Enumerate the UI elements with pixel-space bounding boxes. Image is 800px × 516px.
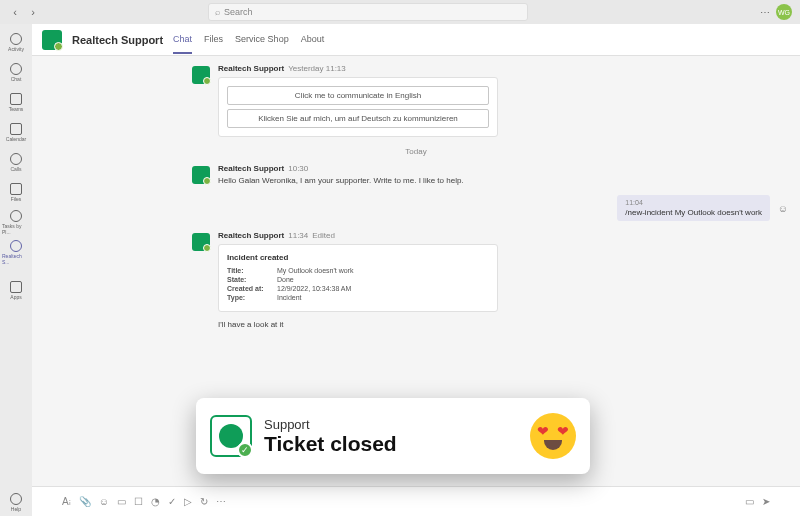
gif-icon[interactable]: ▭ — [117, 496, 126, 507]
notification-app-icon: ✓ — [210, 415, 252, 457]
nav-arrows: ‹ › — [8, 5, 40, 19]
german-button[interactable]: Klicken Sie auf mich, um auf Deutsch zu … — [227, 109, 489, 128]
chat-tabs: Chat Files Service Shop About — [173, 26, 324, 54]
app-rail: Activity Chat Teams Calendar Calls Files… — [0, 24, 32, 516]
loop-icon[interactable]: ↻ — [200, 496, 208, 507]
sender-name: Realtech Support — [218, 64, 284, 73]
apps-icon — [10, 281, 22, 293]
sticker-icon[interactable]: ☐ — [134, 496, 143, 507]
rail-apps[interactable]: Apps — [2, 276, 30, 304]
rail-help[interactable]: Help — [2, 488, 30, 516]
notification-subtitle: Support — [264, 417, 518, 432]
format-icon[interactable]: Aᵢ — [62, 496, 71, 507]
rail-realtech[interactable]: Realtech S... — [2, 238, 30, 266]
message-text: /new-incident My Outlook doesn't work — [625, 208, 762, 217]
chat-icon — [10, 63, 22, 75]
tab-service-shop[interactable]: Service Shop — [235, 26, 289, 54]
bot-avatar-icon — [42, 30, 62, 50]
calls-icon — [10, 153, 22, 165]
my-message: 11:04 /new-incident My Outlook doesn't w… — [62, 195, 770, 221]
rail-files[interactable]: Files — [2, 178, 30, 206]
teams-icon — [10, 93, 22, 105]
message: Realtech Support10:30 Hello Galan Weroni… — [192, 164, 770, 185]
search-placeholder: Search — [224, 7, 253, 17]
bot-avatar-icon — [192, 233, 210, 251]
timestamp: 11:34 — [288, 231, 308, 240]
calendar-icon — [10, 123, 22, 135]
rail-calls[interactable]: Calls — [2, 148, 30, 176]
app-icon — [10, 240, 22, 252]
more-icon[interactable]: ⋯ — [216, 496, 226, 507]
bell-icon — [10, 33, 22, 45]
bot-avatar-icon — [192, 166, 210, 184]
tasks-icon — [10, 210, 22, 222]
rail-calendar[interactable]: Calendar — [2, 118, 30, 146]
day-separator: Today — [62, 147, 770, 156]
bot-avatar-icon — [192, 66, 210, 84]
chat-header: Realtech Support Chat Files Service Shop… — [32, 24, 800, 56]
incident-card: Incident created Title:My Outlook doesn'… — [218, 244, 498, 312]
rail-chat[interactable]: Chat — [2, 58, 30, 86]
sender-name: Realtech Support — [218, 231, 284, 240]
files-icon — [10, 183, 22, 195]
stream-icon[interactable]: ▷ — [184, 496, 192, 507]
notification-title: Ticket closed — [264, 432, 518, 456]
message-text: I'll have a look at it — [218, 320, 770, 329]
message: Realtech SupportYesterday 11:13 Click me… — [192, 64, 770, 137]
approvals-icon[interactable]: ✓ — [168, 496, 176, 507]
message-text: Hello Galan Weronika, I am your supporte… — [218, 176, 770, 185]
english-button[interactable]: Click me to communicate in English — [227, 86, 489, 105]
forward-icon[interactable]: › — [26, 5, 40, 19]
message: Realtech Support11:34Edited Incident cre… — [192, 231, 770, 329]
title-bar: ‹ › ⌕ Search ⋯ WG — [0, 0, 800, 24]
send-icon[interactable]: ➤ — [762, 496, 770, 507]
toast-notification[interactable]: ✓ Support Ticket closed — [196, 398, 590, 474]
schedule-icon[interactable]: ◔ — [151, 496, 160, 507]
timestamp: Yesterday 11:13 — [288, 64, 346, 73]
emoji-icon[interactable]: ☺ — [99, 496, 109, 507]
user-avatar[interactable]: WG — [776, 4, 792, 20]
search-input[interactable]: ⌕ Search — [208, 3, 528, 21]
tab-chat[interactable]: Chat — [173, 26, 192, 54]
timestamp: 11:04 — [625, 199, 762, 206]
message-composer[interactable]: Aᵢ 📎 ☺ ▭ ☐ ◔ ✓ ▷ ↻ ⋯ ▭ ➤ — [32, 486, 800, 516]
language-card: Click me to communicate in English Klick… — [218, 77, 498, 137]
rail-activity[interactable]: Activity — [2, 28, 30, 56]
back-icon[interactable]: ‹ — [8, 5, 22, 19]
more-icon[interactable]: ⋯ — [760, 7, 770, 18]
timestamp: 10:30 — [288, 164, 308, 173]
attach-icon[interactable]: 📎 — [79, 496, 91, 507]
search-icon: ⌕ — [215, 7, 220, 17]
sender-name: Realtech Support — [218, 164, 284, 173]
chat-title: Realtech Support — [72, 34, 163, 46]
edited-label: Edited — [312, 231, 335, 240]
tab-about[interactable]: About — [301, 26, 325, 54]
video-icon[interactable]: ▭ — [745, 496, 754, 507]
help-icon — [10, 493, 22, 505]
check-icon: ✓ — [237, 442, 253, 458]
rail-tasks[interactable]: Tasks by Pl... — [2, 208, 30, 236]
incident-heading: Incident created — [227, 253, 489, 262]
heart-eyes-emoji-icon — [530, 413, 576, 459]
rail-teams[interactable]: Teams — [2, 88, 30, 116]
tab-files[interactable]: Files — [204, 26, 223, 54]
react-icon[interactable]: ☺ — [778, 203, 788, 214]
